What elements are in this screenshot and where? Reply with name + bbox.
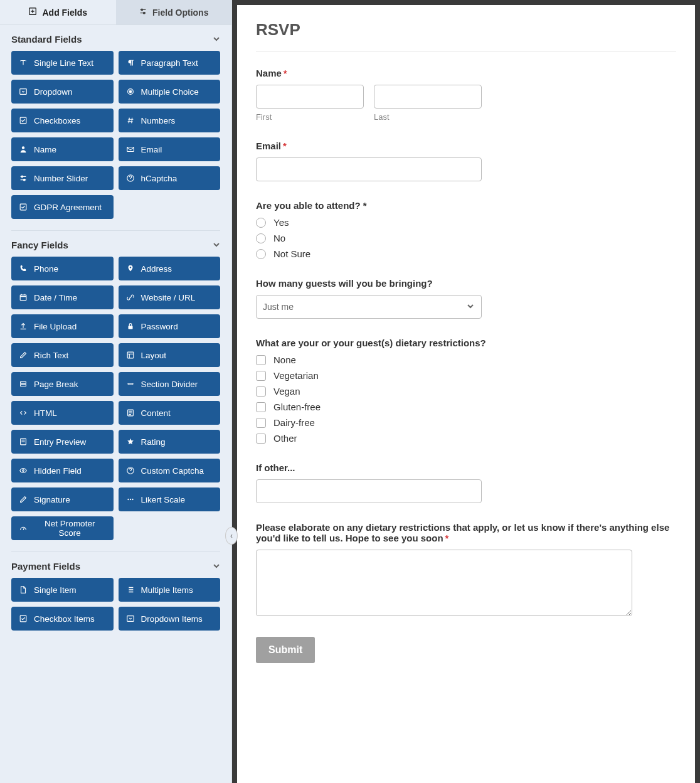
radio-box — [256, 218, 266, 228]
eye-icon — [19, 466, 28, 475]
field-type-label: Page Break — [34, 380, 78, 389]
checkbox-option[interactable]: Vegetarian — [256, 370, 676, 381]
radio-box — [256, 233, 266, 243]
chevron-down-icon — [213, 240, 220, 250]
dietary-check-list: NoneVegetarianVeganGluten-freeDairy-free… — [256, 354, 676, 444]
other-input[interactable] — [256, 479, 482, 503]
chevron-down-icon — [213, 34, 220, 45]
field-type-page-break[interactable]: Page Break — [11, 372, 114, 396]
svg-rect-6 — [20, 117, 26, 124]
submit-button[interactable]: Submit — [256, 637, 315, 663]
field-type-gdpr-agreement[interactable]: GDPR Agreement — [11, 195, 114, 219]
checkbox-label: Other — [273, 433, 297, 444]
field-type-phone[interactable]: Phone — [11, 257, 114, 280]
first-name-col: First — [256, 85, 364, 122]
email-input[interactable] — [256, 157, 482, 181]
field-type-likert-scale[interactable]: Likert Scale — [119, 487, 221, 511]
paragraph-icon — [126, 58, 135, 67]
radio-option[interactable]: Not Sure — [256, 248, 676, 259]
section-header-fancy[interactable]: Fancy Fields — [0, 231, 231, 257]
last-name-input[interactable] — [374, 85, 482, 109]
list-icon — [126, 585, 135, 594]
user-icon — [19, 145, 28, 154]
section-header-standard[interactable]: Standard Fields — [0, 25, 231, 51]
field-type-custom-captcha[interactable]: Custom Captcha — [119, 459, 221, 482]
checkbox-box — [256, 418, 266, 428]
checkbox-option[interactable]: Other — [256, 433, 676, 444]
field-type-email[interactable]: Email — [119, 137, 221, 161]
required-mark: * — [283, 141, 287, 151]
field-label: What are your or your guest(s) dietary r… — [256, 338, 676, 348]
field-type-date-time[interactable]: Date / Time — [11, 285, 114, 309]
checkbox-label: Vegan — [273, 386, 300, 397]
field-elaborate[interactable]: Please elaborate on any dietary restrict… — [256, 522, 676, 618]
field-email[interactable]: Email* — [256, 141, 676, 181]
help-icon — [126, 466, 135, 475]
field-type-file-upload[interactable]: File Upload — [11, 314, 114, 338]
field-type-label: Multiple Choice — [141, 87, 199, 97]
field-type-password[interactable]: Password — [119, 314, 221, 338]
tab-add-fields[interactable]: Add Fields — [0, 0, 116, 24]
field-type-checkboxes[interactable]: Checkboxes — [11, 109, 114, 132]
field-type-section-divider[interactable]: Section Divider — [119, 372, 221, 396]
phone-icon — [19, 264, 28, 273]
field-attend[interactable]: Are you able to attend? * YesNoNot Sure — [256, 200, 676, 259]
field-type-rich-text[interactable]: Rich Text — [11, 343, 114, 367]
svg-rect-12 — [20, 204, 26, 210]
radio-option[interactable]: No — [256, 233, 676, 243]
field-guests[interactable]: How many guests will you be bringing? Ju… — [256, 278, 676, 319]
field-dietary[interactable]: What are your or your guest(s) dietary r… — [256, 338, 676, 444]
field-type-single-line-text[interactable]: Single Line Text — [11, 51, 114, 75]
gauge-icon — [19, 524, 28, 533]
svg-rect-24 — [127, 616, 134, 622]
field-type-hcaptcha[interactable]: hCaptcha — [119, 166, 221, 190]
field-label: If other... — [256, 462, 676, 473]
field-type-multiple-items[interactable]: Multiple Items — [119, 578, 221, 602]
field-type-website-url[interactable]: Website / URL — [119, 285, 221, 309]
field-type-layout[interactable]: Layout — [119, 343, 221, 367]
field-type-dropdown[interactable]: Dropdown — [11, 80, 114, 104]
tab-field-options[interactable]: Field Options — [116, 0, 232, 24]
svg-rect-3 — [20, 89, 27, 95]
section-title: Fancy Fields — [11, 240, 68, 250]
form-preview: RSVP Name* First Last Email* — [237, 5, 695, 783]
checkbox-option[interactable]: Dairy-free — [256, 417, 676, 428]
field-type-name[interactable]: Name — [11, 137, 114, 161]
section-title: Standard Fields — [11, 34, 82, 45]
field-type-label: Single Line Text — [34, 58, 93, 68]
field-type-net-promoter-score[interactable]: Net Promoter Score — [11, 516, 114, 540]
field-type-entry-preview[interactable]: Entry Preview — [11, 430, 114, 454]
field-type-address[interactable]: Address — [119, 257, 221, 280]
field-type-content[interactable]: Content — [119, 401, 221, 425]
field-type-signature[interactable]: Signature — [11, 487, 114, 511]
field-type-label: Section Divider — [141, 380, 198, 389]
checkbox-option[interactable]: None — [256, 354, 676, 365]
field-type-paragraph-text[interactable]: Paragraph Text — [119, 51, 221, 75]
checkbox-option[interactable]: Vegan — [256, 386, 676, 397]
elaborate-textarea[interactable] — [256, 550, 632, 616]
guests-select[interactable]: Just me — [256, 295, 482, 319]
section-header-payment[interactable]: Payment Fields — [0, 552, 231, 578]
field-type-dropdown-items[interactable]: Dropdown Items — [119, 607, 221, 631]
field-type-html[interactable]: HTML — [11, 401, 114, 425]
field-type-number-slider[interactable]: Number Slider — [11, 166, 114, 190]
first-name-input[interactable] — [256, 85, 364, 109]
collapse-sidebar-button[interactable]: ‹ — [225, 527, 238, 545]
preview-icon — [19, 437, 28, 446]
guests-select-wrap: Just me — [256, 295, 482, 319]
field-type-hidden-field[interactable]: Hidden Field — [11, 459, 114, 482]
checkbox-option[interactable]: Gluten-free — [256, 402, 676, 412]
field-name[interactable]: Name* First Last — [256, 68, 676, 122]
field-type-numbers[interactable]: Numbers — [119, 109, 221, 132]
field-type-label: Date / Time — [34, 293, 77, 302]
field-type-checkbox-items[interactable]: Checkbox Items — [11, 607, 114, 631]
radio-option[interactable]: Yes — [256, 217, 676, 228]
field-type-rating[interactable]: Rating — [119, 430, 221, 454]
checkbox-box — [256, 402, 266, 412]
dropdown-icon — [126, 614, 135, 623]
field-type-single-item[interactable]: Single Item — [11, 578, 114, 602]
field-type-label: File Upload — [34, 322, 77, 331]
field-other[interactable]: If other... — [256, 462, 676, 503]
lock-icon — [126, 322, 135, 331]
field-type-multiple-choice[interactable]: Multiple Choice — [119, 80, 221, 104]
